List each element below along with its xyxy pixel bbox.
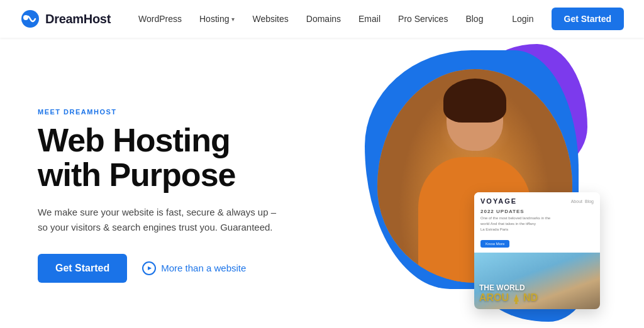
website-card-header: VOYAGE About Blog <box>474 192 600 207</box>
hero-secondary-cta-label: More than a website <box>161 263 246 273</box>
nav-item-blog[interactable]: Blog <box>458 10 491 28</box>
svg-point-1 <box>23 15 28 20</box>
hero-section: MEET DREAMHOST Web Hosting with Purpose … <box>0 38 644 328</box>
person-hair <box>443 79 506 123</box>
website-card-image: THE WORLD AROU ND <box>474 253 600 309</box>
website-card-nav: About Blog <box>571 199 594 204</box>
logo-text: DreamHost <box>45 12 111 26</box>
card-world-text: THE WORLD <box>479 284 538 292</box>
nav-item-websites[interactable]: Websites <box>245 10 296 28</box>
card-text-overlay: THE WORLD AROU ND <box>479 284 538 304</box>
svg-rect-2 <box>514 298 518 298</box>
hero-actions: Get Started More than a website <box>38 254 340 283</box>
login-button[interactable]: Login <box>504 10 541 28</box>
hero-image-area: VOYAGE About Blog 2022 UPDATES One of th… <box>340 63 606 328</box>
hero-title-line2: with Purpose <box>38 156 235 193</box>
nav-item-hosting[interactable]: Hosting <box>192 10 242 28</box>
main-nav: WordPress Hosting Websites Domains Email… <box>131 10 504 28</box>
website-card-know-more[interactable]: Know More <box>480 240 509 248</box>
nav-item-domains[interactable]: Domains <box>299 10 348 28</box>
website-card-overlay: VOYAGE About Blog 2022 UPDATES One of th… <box>474 192 600 309</box>
card-around-nd: ND <box>523 292 538 303</box>
hero-secondary-cta[interactable]: More than a website <box>142 261 246 275</box>
hero-content: MEET DREAMHOST Web Hosting with Purpose … <box>38 108 340 282</box>
nav-item-email[interactable]: Email <box>351 10 388 28</box>
nav-item-pro-services[interactable]: Pro Services <box>391 10 455 28</box>
hero-subtitle: We make sure your website is fast, secur… <box>38 205 277 235</box>
website-card-nav-blog: Blog <box>585 199 594 204</box>
website-card-brand: VOYAGE <box>480 197 517 205</box>
website-card-tag: 2022 UPDATES <box>474 207 600 216</box>
website-card-desc: One of the most beloved landmarks in the… <box>474 216 600 236</box>
hero-get-started-button[interactable]: Get Started <box>38 254 127 283</box>
hero-eyebrow: MEET DREAMHOST <box>38 108 340 116</box>
nav-item-wordpress[interactable]: WordPress <box>131 10 189 28</box>
header: DreamHost WordPress Hosting Websites Dom… <box>0 0 644 38</box>
dreamhost-logo-icon <box>20 9 40 29</box>
play-icon <box>142 261 156 275</box>
header-right: Login Get Started <box>504 8 624 30</box>
hero-title: Web Hosting with Purpose <box>38 123 340 192</box>
website-card-nav-about: About <box>571 199 582 204</box>
header-get-started-button[interactable]: Get Started <box>552 8 624 30</box>
svg-rect-3 <box>514 300 518 300</box>
hero-title-line1: Web Hosting <box>38 122 230 158</box>
logo[interactable]: DreamHost <box>20 9 111 29</box>
eiffel-icon <box>512 293 521 304</box>
card-around-text: AROU ND <box>479 292 538 304</box>
